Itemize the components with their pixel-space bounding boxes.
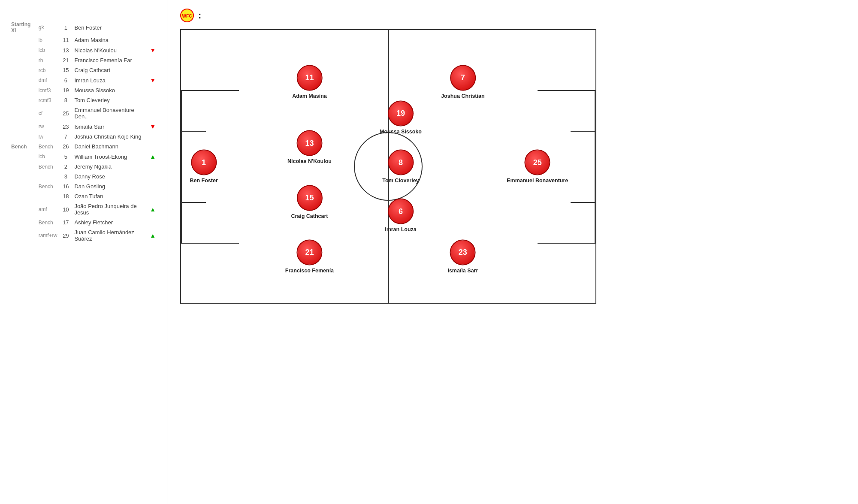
player-node-8: 8Tom Cloverley bbox=[382, 150, 419, 184]
player-label-15: Craig Cathcart bbox=[291, 213, 328, 219]
player-node-7: 7Joshua Christian bbox=[441, 65, 484, 99]
player-label-23: Ismaïla Sarr bbox=[447, 267, 478, 273]
player-circle-15: 15 bbox=[296, 185, 322, 211]
lineup-name: Emmanuel Bonaventure Den.. bbox=[72, 105, 147, 121]
lineup-section bbox=[9, 162, 36, 172]
svg-text:WFC: WFC bbox=[182, 14, 192, 18]
lineup-section bbox=[9, 201, 36, 217]
lineup-number: 10 bbox=[60, 201, 72, 217]
lineup-section bbox=[9, 172, 36, 181]
player-node-19: 19Moussa Sissoko bbox=[380, 100, 422, 134]
lineup-name: Joshua Christian Kojo King bbox=[72, 132, 147, 142]
lineup-name: William Troost-Ekong bbox=[72, 151, 147, 162]
lineup-icon: ▲ bbox=[147, 201, 158, 217]
lineup-icon: ▲ bbox=[147, 227, 158, 244]
lineup-icon bbox=[147, 85, 158, 95]
player-node-11: 11Adam Masina bbox=[292, 65, 327, 99]
lineup-icon bbox=[147, 172, 158, 181]
lineup-section: Bench bbox=[9, 142, 36, 151]
lineup-table: Starting XIgk1Ben Fosterlb11Adam Masinal… bbox=[9, 20, 158, 244]
lineup-section bbox=[9, 45, 36, 55]
lineup-number: 17 bbox=[60, 217, 72, 227]
lineup-name: Craig Cathcart bbox=[72, 65, 147, 75]
lineup-position: rcb bbox=[36, 65, 60, 75]
lineup-number: 16 bbox=[60, 181, 72, 191]
player-node-6: 6Imran Louza bbox=[385, 199, 417, 232]
player-node-21: 21Francisco Femenía bbox=[285, 239, 334, 273]
lineup-position bbox=[36, 172, 60, 181]
player-circle-25: 25 bbox=[525, 150, 550, 175]
lineup-number: 18 bbox=[60, 191, 72, 201]
player-label-19: Moussa Sissoko bbox=[380, 128, 422, 134]
player-node-25: 25Emmanuel Bonaventure bbox=[507, 150, 568, 184]
lineup-section bbox=[9, 75, 36, 85]
lineup-name: Juan Camilo Hernández Suárez bbox=[72, 227, 147, 244]
lineup-position: amf bbox=[36, 201, 60, 217]
player-label-13: Nicolas N'Koulou bbox=[287, 158, 332, 164]
lineup-name: Ben Foster bbox=[72, 20, 147, 35]
lineup-section bbox=[9, 151, 36, 162]
lineup-name: Imran Louza bbox=[72, 75, 147, 85]
lineup-section bbox=[9, 121, 36, 132]
lineup-icon: ▼ bbox=[147, 75, 158, 85]
lineup-position: lcb bbox=[36, 45, 60, 55]
left-pen-top-line bbox=[181, 90, 239, 91]
player-label-8: Tom Cloverley bbox=[382, 178, 419, 184]
player-label-6: Imran Louza bbox=[385, 226, 417, 232]
lineup-icon bbox=[147, 132, 158, 142]
player-circle-7: 7 bbox=[450, 65, 476, 91]
player-circle-21: 21 bbox=[296, 239, 322, 265]
lineup-icon bbox=[147, 35, 158, 45]
player-label-11: Adam Masina bbox=[292, 93, 327, 99]
lineup-number: 25 bbox=[60, 105, 72, 121]
formation-header: WFC : bbox=[180, 9, 845, 22]
player-label-21: Francisco Femenía bbox=[285, 267, 334, 273]
lineup-position bbox=[36, 191, 60, 201]
right-pen-top-line bbox=[538, 90, 595, 91]
right-6yard-bot bbox=[571, 202, 595, 203]
right-6yard-top bbox=[571, 131, 595, 132]
lineup-icon bbox=[147, 95, 158, 105]
lineup-number: 19 bbox=[60, 85, 72, 95]
player-circle-19: 19 bbox=[388, 100, 414, 126]
lineup-position: lb bbox=[36, 35, 60, 45]
right-6yard-side bbox=[595, 131, 595, 202]
lineup-section bbox=[9, 191, 36, 201]
player-label-7: Joshua Christian bbox=[441, 93, 484, 99]
lineup-icon: ▼ bbox=[147, 45, 158, 55]
lineup-name: Adam Masina bbox=[72, 35, 147, 45]
arrow-down-icon: ▼ bbox=[150, 123, 156, 130]
lineup-position: lcb bbox=[36, 151, 60, 162]
lineup-number: 1 bbox=[60, 20, 72, 35]
lineup-name: Moussa Sissoko bbox=[72, 85, 147, 95]
lineup-section: Starting XI bbox=[9, 20, 36, 35]
lineup-number: 15 bbox=[60, 65, 72, 75]
player-circle-1: 1 bbox=[191, 150, 217, 175]
formation-title: : bbox=[198, 10, 201, 21]
lineup-section bbox=[9, 95, 36, 105]
lineup-number: 23 bbox=[60, 121, 72, 132]
lineup-icon bbox=[147, 20, 158, 35]
lineup-section bbox=[9, 105, 36, 121]
lineup-position: dmf bbox=[36, 75, 60, 85]
lineup-section bbox=[9, 85, 36, 95]
arrow-down-icon: ▼ bbox=[150, 77, 156, 84]
player-node-1: 1Ben Foster bbox=[190, 150, 218, 184]
player-circle-13: 13 bbox=[296, 130, 322, 156]
arrow-down-icon: ▼ bbox=[150, 47, 156, 54]
lineup-name: Francisco Femenía Far bbox=[72, 55, 147, 65]
lineup-position: gk bbox=[36, 20, 60, 35]
lineup-section bbox=[9, 35, 36, 45]
lineup-position: rw bbox=[36, 121, 60, 132]
lineup-icon bbox=[147, 162, 158, 172]
lineup-section bbox=[9, 132, 36, 142]
lineup-number: 11 bbox=[60, 35, 72, 45]
lineup-position: rcmf3 bbox=[36, 95, 60, 105]
lineup-icon bbox=[147, 191, 158, 201]
lineup-name: Tom Cleverley bbox=[72, 95, 147, 105]
player-circle-6: 6 bbox=[388, 199, 414, 224]
player-label-25: Emmanuel Bonaventure bbox=[507, 178, 568, 184]
arrow-up-icon: ▲ bbox=[150, 206, 156, 213]
player-circle-11: 11 bbox=[296, 65, 322, 91]
arrow-up-icon: ▲ bbox=[150, 232, 156, 239]
